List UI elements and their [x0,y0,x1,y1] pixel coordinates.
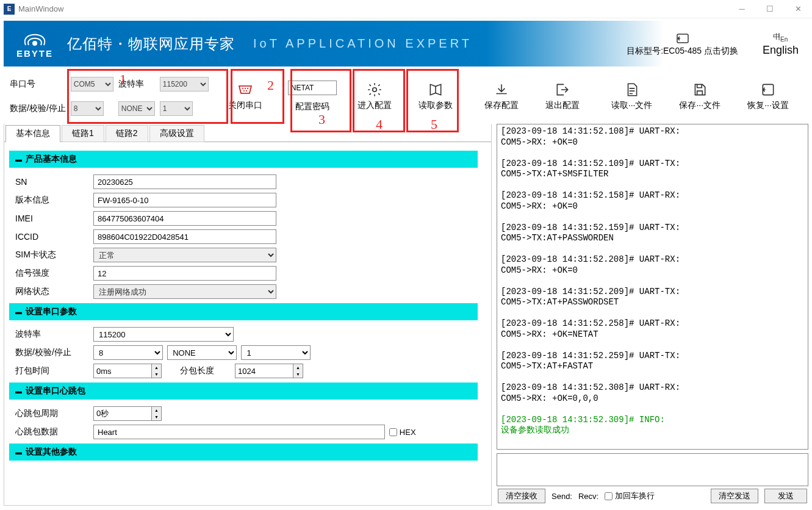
pack-len-label: 分包长度 [180,365,235,376]
u-baud-select[interactable]: 115200 [93,327,234,342]
banner: EBYTE 亿佰特・物联网应用专家 IoT APPLICATION EXPERT… [4,21,808,66]
titlebar: E MainWindow ─ ☐ ✕ [0,0,812,18]
target-model-button[interactable]: 目标型号:EC05-485 点击切换 [627,32,738,57]
save-file-button[interactable]: 保存···文件 [673,78,727,115]
window-title: MainWindow [18,4,728,13]
restore-button[interactable]: 恢复···设置 [741,78,795,115]
parity-select[interactable]: NONE [118,101,155,116]
tab-advanced[interactable]: 高级设置 [149,125,204,142]
u-parity-select[interactable]: NONE [167,345,237,360]
save-config-button[interactable]: 保存配置 [478,78,525,115]
pack-len-spinner[interactable]: ▲▼ [235,364,303,378]
svg-point-5 [245,88,246,89]
config-password-input[interactable] [288,81,337,95]
right-panel: [2023-09-18 14:31:52.108]# UART-RX:COM5-… [497,124,808,506]
crlf-checkbox[interactable] [605,492,613,500]
file-read-icon [623,82,641,98]
imei-input[interactable] [93,211,276,226]
sim-label: SIM卡状态 [15,250,93,260]
u-stop-select[interactable]: 1 [241,345,311,360]
iccid-label: ICCID [15,232,93,242]
clear-rx-button[interactable]: 清空接收 [498,489,545,503]
send-textarea[interactable] [497,453,808,486]
toolbar: 串口号 COM5 波特率 115200 数据/校验/停止 8 NONE 1 关闭… [4,69,808,124]
u-dcp-label: 数据/校验/停止 [15,347,93,358]
restore-icon [760,82,777,98]
pack-time-spinner[interactable]: ▲▼ [93,364,162,378]
hex-label: HEX [400,428,416,437]
iccid-input[interactable] [93,229,276,244]
enter-config-button[interactable]: 进入配置 [351,78,398,115]
serial-settings-group: 串口号 COM5 波特率 115200 数据/校验/停止 8 NONE 1 [4,69,215,124]
slogan-en: IoT APPLICATION EXPERT [253,37,472,51]
send-count-label: Send: [552,492,572,501]
read-file-button[interactable]: 读取···文件 [605,78,659,115]
minimize-button[interactable]: ─ [728,0,756,18]
sim-status-select[interactable]: 正常 [93,248,276,262]
serial-port-icon [237,82,254,98]
sig-label: 信号强度 [15,268,93,279]
floppy-icon [691,82,708,98]
svg-point-8 [246,90,247,92]
tab-basic-info[interactable]: 基本信息 [5,125,60,142]
section-product-info: 产品基本信息 [9,151,478,168]
sn-input[interactable] [93,174,276,189]
read-params-button[interactable]: 读取参数 [412,78,459,115]
hex-checkbox[interactable] [389,428,397,436]
hb-period-label: 心跳包周期 [15,408,93,419]
send-button[interactable]: 发送 [764,489,807,503]
hb-period-spinner[interactable]: ▲▼ [93,406,162,421]
hb-data-label: 心跳包数据 [15,426,93,437]
section-uart-params: 设置串口参数 [9,303,478,320]
net-label: 网络状态 [15,286,93,297]
signal-input[interactable] [93,266,276,281]
left-panel: 基本信息 链路1 链路2 高级设置 产品基本信息 SN 版本信息 IMEI IC… [4,124,492,506]
baud-label: 波特率 [118,79,155,90]
databits-select[interactable]: 8 [71,101,104,116]
pack-time-label: 打包时间 [15,365,93,376]
hb-data-input[interactable] [93,425,385,439]
port-label: 串口号 [10,79,48,90]
maximize-button[interactable]: ☐ [756,0,784,18]
u-data-select[interactable]: 8 [93,345,163,360]
clear-tx-button[interactable]: 清空发送 [711,489,758,503]
language-button[interactable]: 中En English [763,31,799,57]
bottom-bar: 清空接收 Send: Recv: 加回车换行 清空发送 发送 [497,486,808,506]
tab-link1[interactable]: 链路1 [62,125,104,142]
dcp-label: 数据/校验/停止 [10,103,66,114]
book-icon [427,82,444,98]
close-button[interactable]: ✕ [784,0,812,18]
tab-link2[interactable]: 链路2 [106,125,148,142]
section-other: 设置其他参数 [9,444,478,461]
exit-icon [554,82,571,98]
recv-count-label: Recv: [578,492,598,501]
app-logo-icon: E [4,4,15,15]
u-baud-label: 波特率 [15,329,93,340]
slogan-cn: 亿佰特・物联网应用专家 [67,34,235,54]
svg-point-9 [373,88,377,92]
svg-point-6 [247,88,248,89]
net-status-select[interactable]: 注册网络成功 [93,284,276,299]
imei-label: IMEI [15,214,93,223]
config-password-label: 配置密码 [295,101,329,112]
download-icon [493,82,510,98]
ver-label: 版本信息 [15,195,93,206]
ver-input[interactable] [93,193,276,207]
stopbits-select[interactable]: 1 [160,101,193,116]
gear-icon [366,82,383,98]
svg-text:En: En [780,36,788,43]
language-icon: 中En [772,31,789,43]
close-port-button[interactable]: 关闭串口 [222,78,268,115]
sn-label: SN [15,177,93,187]
log-textarea[interactable]: [2023-09-18 14:31:52.108]# UART-RX:COM5-… [497,124,808,450]
baud-select[interactable]: 115200 [160,77,209,92]
svg-point-0 [33,41,37,45]
svg-point-7 [243,90,245,92]
crlf-checkbox-label[interactable]: 加回车换行 [605,490,655,501]
form-scroll[interactable]: 产品基本信息 SN 版本信息 IMEI ICCID SIM卡状态正常 信号强度 … [4,142,491,505]
ebyte-logo: EBYTE [13,29,56,59]
tabs: 基本信息 链路1 链路2 高级设置 [4,124,491,142]
exit-config-button[interactable]: 退出配置 [539,78,586,115]
section-heartbeat: 设置串口心跳包 [9,382,478,400]
port-select[interactable]: COM5 [71,77,113,92]
